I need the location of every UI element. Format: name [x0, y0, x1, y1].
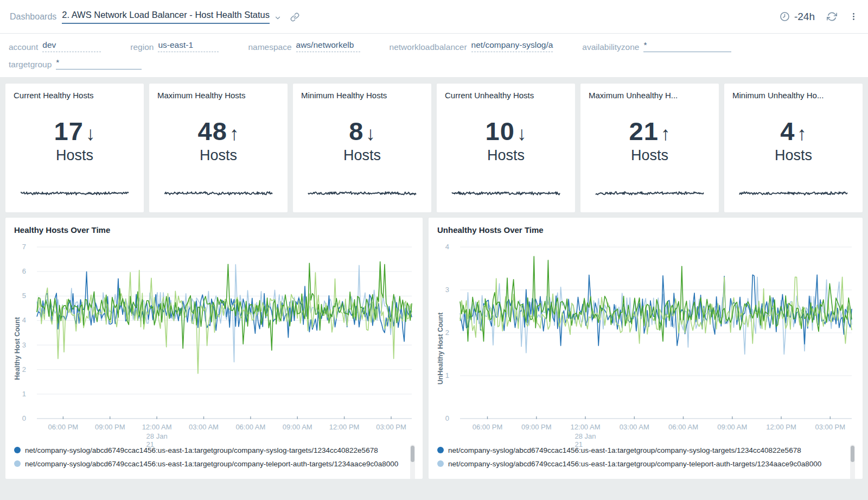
stat-value: 4 — [780, 117, 795, 145]
trend-down-icon: ↓ — [366, 123, 375, 144]
stat-unit: Hosts — [157, 147, 279, 164]
kebab-menu-icon[interactable] — [849, 12, 858, 21]
legend-item[interactable]: net/company-syslog/abcd6749ccac1456:us-e… — [437, 444, 846, 457]
time-range-value: -24h — [794, 11, 815, 23]
dashboard-content: Current Healthy Hosts 17↓ Hosts Maximum … — [0, 77, 868, 484]
sparkline — [164, 189, 272, 197]
time-range-picker[interactable]: -24h — [780, 11, 815, 23]
sparkline — [596, 189, 704, 197]
stat-unit: Hosts — [732, 147, 854, 164]
stat-unit: Hosts — [445, 147, 567, 164]
legend-item[interactable]: net/company-syslog/abcd6749ccac1456:us-e… — [437, 457, 846, 471]
series-color-dot — [437, 447, 444, 453]
filter-availabilityzone[interactable]: availabilityzone * — [582, 40, 731, 52]
filter-bar: account dev region us-east-1 namespace a… — [0, 34, 868, 77]
plot-area — [460, 247, 852, 419]
healthy-hosts-chart: Healthy Hosts Over Time Healthy Host Cou… — [5, 218, 423, 479]
stat-value: 21 — [629, 117, 659, 145]
legend-item[interactable]: net/company-syslog/abcd6749ccac1456:us-e… — [14, 457, 406, 471]
scrollbar-thumb[interactable] — [411, 446, 414, 462]
stat-value: 48 — [198, 117, 227, 145]
sparkline — [21, 189, 129, 197]
chart-title: Healthy Hosts Over Time — [14, 225, 110, 235]
chart-legend: net/company-syslog/abcd6749ccac1456:us-e… — [437, 444, 855, 479]
filter-networkloadbalancer[interactable]: networkloadbalancer net/company-syslog/a — [390, 40, 553, 52]
stat-card-max-unhealthy: Maximum Unhealthy H... 21↑ Hosts — [580, 84, 719, 212]
link-icon[interactable] — [290, 12, 299, 22]
stat-value: 8 — [349, 117, 363, 145]
refresh-icon[interactable] — [827, 11, 837, 22]
stat-card-current-unhealthy: Current Unhealthy Hosts 10↓ Hosts — [437, 84, 575, 212]
breadcrumb[interactable]: Dashboards — [10, 12, 56, 22]
scrollbar-thumb[interactable] — [851, 446, 854, 462]
trend-down-icon: ↓ — [517, 123, 527, 144]
trend-up-icon: ↑ — [661, 123, 671, 144]
stat-card-max-healthy: Maximum Healthy Hosts 48↑ Hosts — [149, 84, 288, 212]
y-axis-ticks: 01234567 — [5, 247, 31, 419]
legend-scrollbar[interactable] — [410, 445, 415, 479]
stat-unit: Hosts — [589, 147, 711, 164]
filter-targetgroup[interactable]: targetgroup * — [9, 58, 142, 69]
top-bar: Dashboards 2. AWS Network Load Balancer … — [0, 0, 868, 34]
sparkline — [308, 189, 416, 197]
series-color-dot — [14, 460, 21, 467]
stat-unit: Hosts — [14, 147, 136, 164]
stat-value: 17 — [54, 117, 84, 145]
trend-up-icon: ↑ — [229, 123, 239, 144]
stat-card-current-healthy: Current Healthy Hosts 17↓ Hosts — [5, 84, 144, 212]
chart-row: Healthy Hosts Over Time Healthy Host Cou… — [5, 218, 863, 479]
filter-account[interactable]: account dev — [9, 40, 101, 52]
series-color-dot — [437, 460, 444, 467]
stat-value: 10 — [486, 117, 515, 145]
sparkline — [452, 189, 560, 197]
chevron-down-icon[interactable] — [274, 14, 282, 22]
filter-region[interactable]: region us-east-1 — [130, 40, 219, 52]
stat-card-min-unhealthy: Minimum Unhealthy Ho... 4↑ Hosts — [724, 84, 863, 212]
y-axis-ticks: 01234 — [429, 247, 455, 419]
stat-card-min-healthy: Minimum Healthy Hosts 8↓ Hosts — [293, 84, 431, 212]
plot-area — [37, 247, 412, 419]
series-color-dot — [14, 447, 21, 453]
sparkline — [739, 189, 847, 197]
legend-item[interactable]: net/company-syslog/abcd6749ccac1456:us-e… — [14, 444, 406, 457]
trend-down-icon: ↓ — [86, 123, 95, 144]
legend-scrollbar[interactable] — [850, 445, 855, 479]
chart-legend: net/company-syslog/abcd6749ccac1456:us-e… — [14, 444, 415, 479]
trend-up-icon: ↑ — [797, 123, 807, 144]
unhealthy-hosts-chart: Unhealthy Hosts Over Time UnHealthy Host… — [429, 218, 863, 479]
filter-namespace[interactable]: namespace aws/networkelb — [248, 40, 360, 52]
stat-card-row: Current Healthy Hosts 17↓ Hosts Maximum … — [5, 84, 863, 212]
clock-icon — [780, 11, 790, 22]
dashboard-title[interactable]: 2. AWS Network Load Balancer - Host Heal… — [62, 10, 270, 24]
stat-unit: Hosts — [301, 147, 423, 164]
chart-title: Unhealthy Hosts Over Time — [437, 225, 544, 235]
